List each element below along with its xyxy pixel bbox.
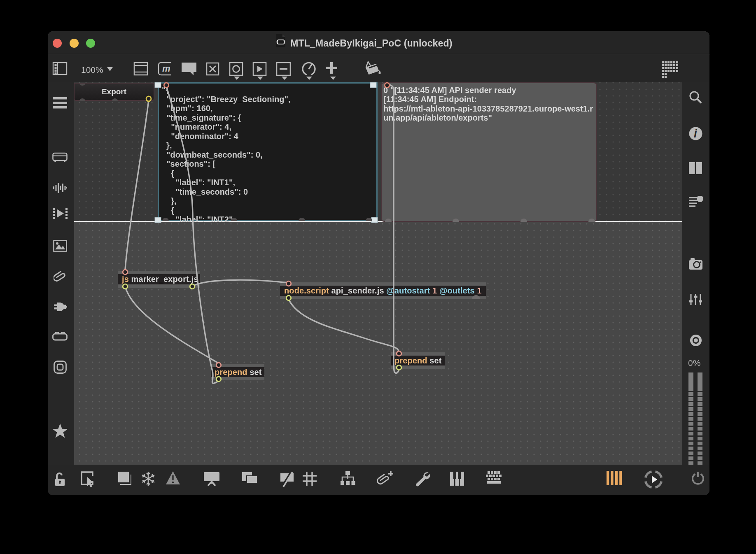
svg-text:i: i: [694, 128, 697, 140]
svg-text:m: m: [162, 63, 170, 74]
